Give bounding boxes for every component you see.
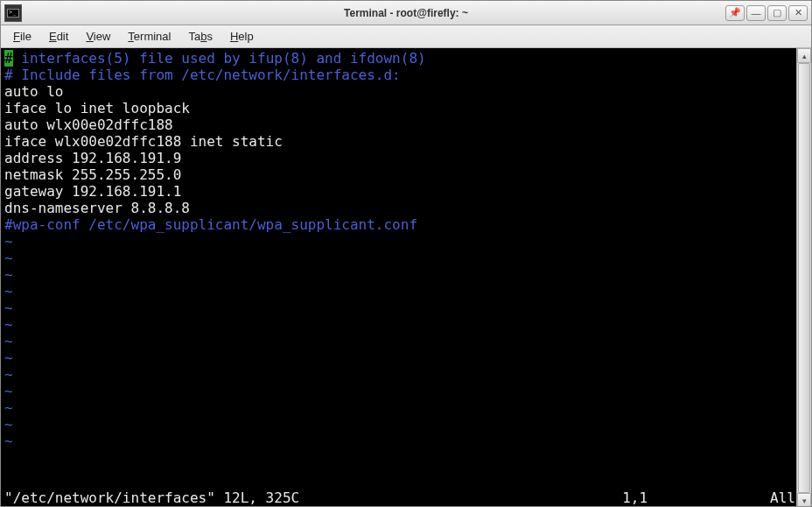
close-button[interactable]: ✕ [788,5,808,21]
empty-line-tilde: ~ [4,233,808,250]
empty-line-tilde: ~ [4,316,808,333]
empty-line-tilde: ~ [4,266,808,283]
editor-line: iface wlx00e02dffc188 inet static [4,133,808,150]
status-position: 1,1 [622,489,648,506]
maximize-button[interactable]: ▢ [767,5,787,21]
empty-line-tilde: ~ [4,349,808,366]
menu-view[interactable]: View [79,28,117,45]
editor-line: dns-nameserver 8.8.8.8 [4,200,808,216]
window-titlebar: Terminal - root@firefly: ~ 📌 — ▢ ✕ [1,1,811,25]
menu-edit[interactable]: Edit [42,28,75,45]
pin-icon: 📌 [729,7,741,18]
close-icon: ✕ [794,7,802,18]
editor-line: address 192.168.191.9 [4,150,808,166]
empty-line-tilde: ~ [4,399,808,416]
scroll-track[interactable] [797,63,811,493]
empty-line-tilde: ~ [4,299,808,316]
menu-file[interactable]: File [6,28,38,45]
window-title: Terminal - root@firefly: ~ [344,7,468,19]
editor-line: auto wlx00e02dffc188 [4,116,808,133]
editor-line: # Include files from /etc/network/interf… [4,67,808,83]
scroll-down-button[interactable]: ▾ [797,493,811,507]
editor-line: # interfaces(5) file used by ifup(8) and… [4,50,808,67]
editor-content[interactable]: # interfaces(5) file used by ifup(8) and… [1,48,811,507]
maximize-icon: ▢ [773,7,781,18]
scroll-up-button[interactable]: ▴ [797,48,811,63]
scroll-thumb[interactable] [798,63,810,493]
editor-line: #wpa-conf /etc/wpa_supplicant/wpa_suppli… [4,216,808,233]
editor-line: iface lo inet loopback [4,100,808,116]
editor-line: gateway 192.168.191.1 [4,183,808,200]
menu-tabs[interactable]: Tabs [181,28,219,45]
vim-status-line: "/etc/network/interfaces" 12L, 325C 1,1 … [4,489,795,506]
pin-button[interactable]: 📌 [725,5,745,21]
editor-line: auto lo [4,83,808,100]
minimize-icon: — [752,8,761,18]
empty-line-tilde: ~ [4,433,808,449]
empty-line-tilde: ~ [4,333,808,349]
cursor: # [4,50,13,67]
vertical-scrollbar[interactable]: ▴ ▾ [796,48,811,507]
empty-line-tilde: ~ [4,416,808,433]
window-controls: 📌 — ▢ ✕ [725,5,808,21]
menu-help[interactable]: Help [223,28,261,45]
minimize-button[interactable]: — [746,5,766,21]
empty-line-tilde: ~ [4,383,808,399]
menu-terminal[interactable]: Terminal [121,28,178,45]
scroll-down-icon: ▾ [802,496,807,505]
empty-line-tilde: ~ [4,366,808,383]
empty-line-tilde: ~ [4,250,808,266]
terminal-area[interactable]: # interfaces(5) file used by ifup(8) and… [1,48,811,507]
status-file: "/etc/network/interfaces" 12L, 325C [4,489,299,506]
status-percent: All [770,489,795,506]
scroll-up-icon: ▴ [802,52,807,60]
empty-line-tilde: ~ [4,283,808,299]
editor-line: netmask 255.255.255.0 [4,166,808,183]
app-icon [4,4,22,22]
menubar: File Edit View Terminal Tabs Help [1,25,811,48]
